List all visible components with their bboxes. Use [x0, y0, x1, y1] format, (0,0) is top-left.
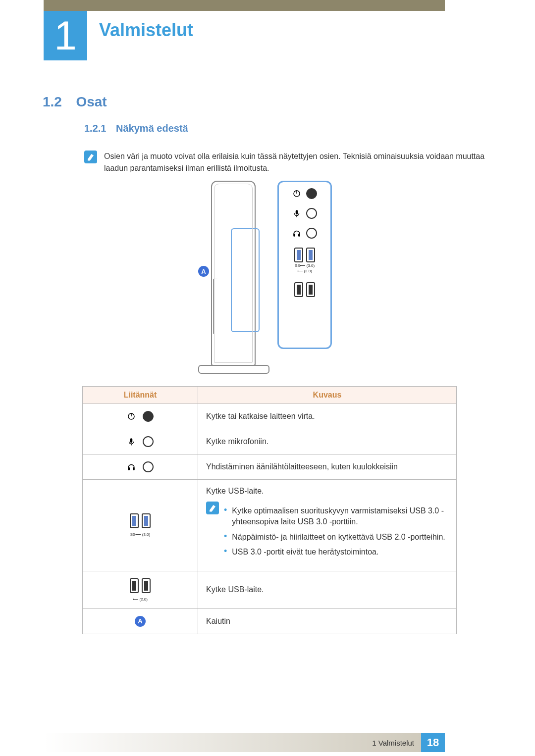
- footer-chapter-ref: 1 Valmistelut: [44, 733, 421, 752]
- th-desc: Kuvaus: [198, 387, 457, 404]
- note-icon: [84, 151, 97, 163]
- section-title: Osat: [76, 94, 107, 110]
- table-row: Kytke tai katkaise laitteen virta.: [83, 404, 457, 429]
- usb20-label: ⟵ (2.0): [294, 269, 315, 273]
- chapter-title: Valmistelut: [99, 20, 193, 41]
- svg-rect-2: [296, 210, 298, 214]
- mic-icon: [292, 209, 301, 218]
- usb30-port-icon: [306, 248, 315, 262]
- cell-power-icon: [83, 404, 198, 429]
- note-icon: [206, 502, 219, 514]
- speaker-a-badge: A: [135, 616, 146, 627]
- cell-usb30-desc: Kytke USB-laite. •Kytke optimaalisen suo…: [198, 480, 457, 571]
- zoom-panel: SS⟵ (3.0) ⟵ (2.0): [277, 181, 332, 349]
- page-number: 18: [421, 733, 445, 752]
- cell-headphone-desc: Yhdistäminen äänilähtölaitteeseen, kuten…: [198, 454, 457, 480]
- note-block: Osien väri ja muoto voivat olla erilaisi…: [84, 151, 485, 174]
- cell-usb30-icon: SS⟵ (3.0): [83, 480, 198, 571]
- usb20-port-icon: [306, 282, 315, 297]
- cell-mic-icon: [83, 429, 198, 454]
- usb30-bullets: •Kytke optimaalisen suorituskyvyn varmis…: [224, 502, 448, 562]
- usb30-block: SS⟵ (3.0) ⟵ (2.0): [294, 248, 315, 273]
- callout-a-badge: A: [198, 266, 209, 277]
- cell-power-desc: Kytke tai katkaise laitteen virta.: [198, 404, 457, 429]
- headphone-icon: [292, 229, 301, 238]
- svg-rect-11: [133, 467, 135, 470]
- usb20-block: [294, 282, 315, 297]
- bullet-text: USB 3.0 -portit eivät tue herätystoimint…: [232, 547, 378, 557]
- top-bar: [44, 0, 445, 11]
- cell-usb20-icon: ⟵ (2.0): [83, 571, 198, 608]
- mic-row: [283, 208, 326, 219]
- cell-mic-desc: Kytke mikrofoniin.: [198, 429, 457, 454]
- svg-rect-8: [130, 438, 133, 443]
- ports-table: Liitännät Kuvaus Kytke tai katkaise lait…: [82, 386, 457, 634]
- section-heading: 1.2 Osat: [43, 94, 107, 110]
- headphone-jack-icon: [306, 228, 317, 239]
- usb30-port-icon: [142, 513, 151, 528]
- svg-rect-4: [293, 234, 295, 237]
- footer: 1 Valmistelut 18: [44, 733, 445, 752]
- cell-speaker-icon: A: [83, 608, 198, 634]
- table-row: Kytke mikrofoniin.: [83, 429, 457, 454]
- mic-jack-icon: [306, 208, 317, 219]
- table-row: A Kaiutin: [83, 608, 457, 634]
- usb20-port-icon: [130, 578, 139, 593]
- front-view-diagram: A SS⟵ (3.0) ⟵ (2.0): [183, 181, 362, 379]
- subsection-heading: 1.2.1 Näkymä edestä: [84, 123, 188, 134]
- device-body: [211, 181, 256, 366]
- usb30-port-icon: [294, 248, 303, 262]
- callout-line: [213, 279, 217, 334]
- usb20-port-icon: [142, 578, 151, 593]
- usb30-intro: Kytke USB-laite.: [206, 487, 448, 496]
- table-row: ⟵ (2.0) Kytke USB-laite.: [83, 571, 457, 608]
- bullet-text: Kytke optimaalisen suorituskyvyn varmist…: [232, 505, 448, 528]
- subsection-title: Näkymä edestä: [116, 123, 188, 134]
- usb30-port-icon: [130, 513, 139, 528]
- power-button-icon: [306, 188, 317, 199]
- svg-rect-5: [298, 234, 300, 237]
- cell-headphone-icon: [83, 454, 198, 480]
- usb20-port-icon: [294, 282, 303, 297]
- page: 1 Valmistelut 1.2 Osat 1.2.1 Näkymä edes…: [0, 0, 535, 756]
- bullet-text: Näppäimistö- ja hiirilaitteet on kytkett…: [232, 532, 445, 543]
- chapter-number-box: 1: [44, 11, 87, 60]
- power-row: [283, 188, 326, 199]
- note-text: Osien väri ja muoto voivat olla erilaisi…: [104, 151, 485, 174]
- th-ports: Liitännät: [83, 387, 198, 404]
- device-base: [198, 365, 269, 374]
- section-number: 1.2: [43, 94, 62, 110]
- table-row: Yhdistäminen äänilähtölaitteeseen, kuten…: [83, 454, 457, 480]
- power-icon: [292, 189, 301, 198]
- table-row: SS⟵ (3.0) Kytke USB-laite. •Kytke optima…: [83, 480, 457, 571]
- chapter-number: 1: [54, 12, 77, 59]
- svg-rect-10: [128, 467, 130, 470]
- cell-speaker-desc: Kaiutin: [198, 608, 457, 634]
- headphone-row: [283, 228, 326, 239]
- usb30-label: SS⟵ (3.0): [294, 263, 315, 268]
- cell-usb20-desc: Kytke USB-laite.: [198, 571, 457, 608]
- device-front-panel: [231, 228, 260, 332]
- subsection-number: 1.2.1: [84, 123, 106, 134]
- device-outline: A: [198, 181, 268, 374]
